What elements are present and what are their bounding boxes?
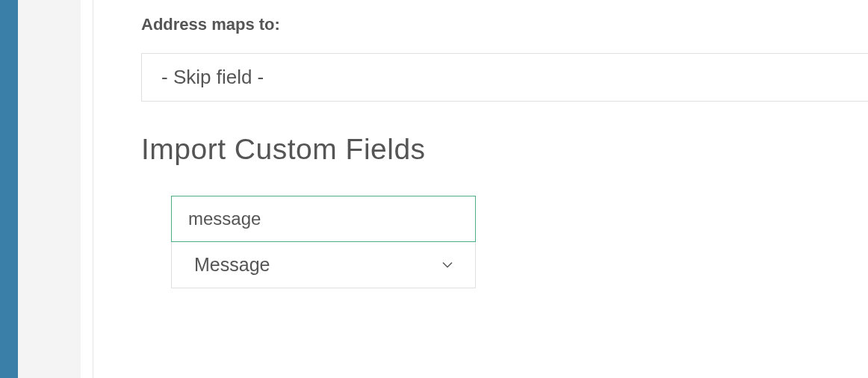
chevron-down-icon (442, 260, 453, 270)
custom-field-group: Message (171, 196, 476, 288)
address-maps-select[interactable]: - Skip field - (141, 53, 868, 102)
main-content: Address maps to: - Skip field - Import C… (93, 0, 868, 378)
address-maps-selected-value: - Skip field - (161, 66, 264, 88)
sidebar-accent-strip (0, 0, 18, 378)
custom-field-name-input[interactable] (171, 196, 476, 242)
custom-field-type-selected-value: Message (194, 254, 270, 276)
import-custom-fields-heading: Import Custom Fields (141, 133, 868, 166)
sidebar-gray-strip (18, 0, 81, 378)
address-maps-label: Address maps to: (141, 15, 868, 34)
custom-field-type-select[interactable]: Message (171, 242, 476, 288)
